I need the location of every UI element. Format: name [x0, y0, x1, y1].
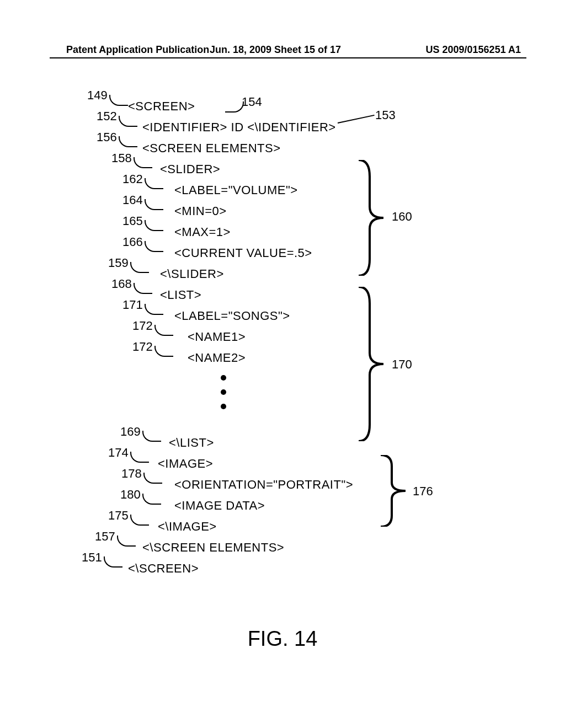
- tag-identifier: <IDENTIFIER> ID <\IDENTIFIER>: [142, 120, 336, 135]
- tag-image-data: <IMAGE DATA>: [174, 499, 265, 513]
- lead-174: [130, 452, 149, 463]
- lead-157: [117, 536, 136, 547]
- ref-169: 169: [120, 425, 141, 439]
- tag-label-volume: <LABEL="VOLUME">: [174, 183, 298, 197]
- hdr-left: Patent Application Publication: [66, 44, 209, 56]
- lead-178: [143, 473, 162, 484]
- tag-image-open: <IMAGE>: [158, 457, 213, 471]
- lead-158: [134, 157, 152, 168]
- ref-154: 154: [242, 95, 262, 109]
- ref-165: 165: [122, 214, 143, 228]
- lead-162: [145, 178, 163, 189]
- ref-160: 160: [392, 210, 412, 224]
- lead-166: [145, 241, 163, 252]
- tag-label-songs: <LABEL="SONGS">: [174, 309, 290, 323]
- tag-min: <MIN=0>: [174, 204, 227, 218]
- lead-175: [130, 515, 149, 526]
- ref-157: 157: [95, 529, 115, 544]
- ref-166: 166: [122, 235, 143, 249]
- lead-156: [119, 136, 137, 147]
- tag-list-close: <\LIST>: [169, 436, 214, 450]
- patent-page: Patent Application Publication Jun. 18, …: [0, 0, 565, 728]
- ellipsis-dot-2: [221, 389, 226, 395]
- brace-160: [353, 160, 386, 276]
- ref-156: 156: [97, 130, 117, 144]
- lead-172a: [154, 325, 173, 336]
- lead-153: [338, 115, 375, 124]
- ref-159: 159: [108, 256, 129, 270]
- ref-153: 153: [375, 108, 396, 122]
- ref-164: 164: [122, 193, 143, 207]
- tag-max: <MAX=1>: [174, 225, 231, 239]
- lead-165: [145, 220, 163, 231]
- ref-174: 174: [108, 446, 129, 460]
- tag-screen-elements-close: <\SCREEN ELEMENTS>: [142, 540, 284, 555]
- ref-171: 171: [122, 298, 143, 312]
- lead-152: [119, 116, 137, 127]
- tag-image-close: <\IMAGE>: [158, 520, 217, 534]
- tag-screen-open: <SCREEN>: [128, 99, 195, 114]
- ref-158: 158: [111, 151, 132, 165]
- tag-slider-close: <\SLIDER>: [160, 267, 224, 281]
- lead-169: [142, 431, 161, 442]
- ellipsis-dot-3: [221, 404, 226, 409]
- lead-180: [142, 494, 161, 505]
- ref-172b: 172: [132, 340, 153, 354]
- brace-170: [353, 287, 386, 441]
- lead-172b: [154, 346, 173, 357]
- ref-176: 176: [413, 484, 433, 499]
- lead-171: [145, 304, 163, 315]
- lead-168: [134, 283, 152, 294]
- ref-178: 178: [121, 467, 142, 481]
- brace-176: [375, 455, 408, 527]
- hdr-mid: Jun. 18, 2009 Sheet 15 of 17: [210, 44, 341, 56]
- tag-slider-open: <SLIDER>: [160, 162, 220, 176]
- ref-162: 162: [122, 172, 143, 186]
- lead-151: [104, 556, 122, 568]
- lead-154: [225, 101, 244, 113]
- lead-164: [145, 199, 163, 210]
- ref-180: 180: [120, 488, 141, 502]
- hdr-right: US 2009/0156251 A1: [426, 44, 521, 56]
- ref-152: 152: [97, 109, 117, 124]
- tag-list-open: <LIST>: [160, 288, 201, 302]
- ref-172a: 172: [132, 319, 153, 333]
- lead-149: [109, 95, 128, 106]
- ref-170: 170: [392, 357, 412, 372]
- ellipsis-dot-1: [221, 375, 226, 381]
- tag-screen-close: <\SCREEN>: [128, 561, 199, 576]
- tag-screen-elements-open: <SCREEN ELEMENTS>: [142, 141, 281, 156]
- tag-current-value: <CURRENT VALUE=.5>: [174, 246, 312, 260]
- hdr-rule: [50, 57, 526, 58]
- ref-168: 168: [111, 277, 132, 291]
- tag-name2: <NAME2>: [188, 351, 246, 365]
- figure-label: FIG. 14: [0, 627, 565, 651]
- ref-175: 175: [108, 508, 129, 523]
- tag-name1: <NAME1>: [188, 330, 246, 344]
- lead-159: [130, 262, 149, 273]
- ref-149: 149: [87, 88, 108, 103]
- tag-orientation: <ORIENTATION="PORTRAIT">: [174, 478, 353, 492]
- ref-151: 151: [82, 550, 102, 565]
